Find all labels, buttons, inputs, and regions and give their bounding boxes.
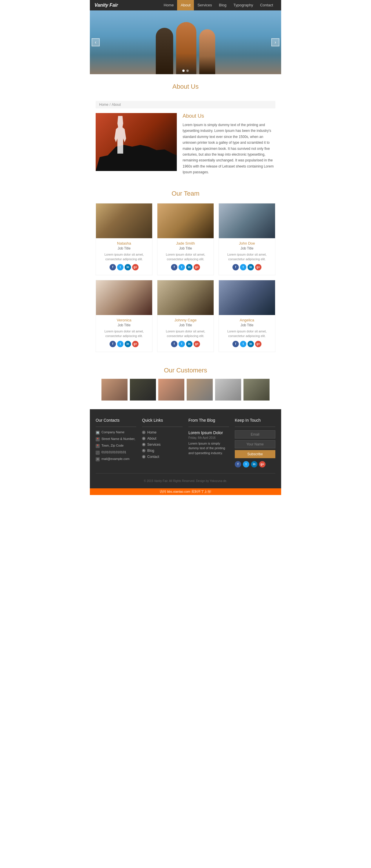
team-card-johnny: Johnny Cage Job Title Lorem ipsum dolor … [157,280,214,352]
googleplus-icon[interactable]: g+ [255,341,261,347]
googleplus-icon[interactable]: g+ [194,264,200,270]
hero-figures [156,22,215,74]
blog-link-icon: ✎ [142,449,146,453]
slider-prev-button[interactable]: ‹ [92,38,100,46]
team-desc-johnny: Lorem ipsum dolor sit amet, consectetur … [160,329,211,339]
blog-post-text: Lorem Ipsum is simply dummy text of the … [188,441,229,456]
footer-twitter-icon[interactable]: t [243,461,249,467]
nav-blog[interactable]: Blog [215,0,230,10]
googleplus-icon[interactable]: g+ [255,264,261,270]
team-social-veronica: f t in g+ [98,341,150,349]
team-photo-img-veronica [96,280,152,315]
facebook-icon[interactable]: f [233,264,239,270]
team-title-veronica: Job Title [98,323,150,327]
nav-typography[interactable]: Typography [230,0,256,10]
contact-company-text: Company Name [101,430,124,434]
footer-divider-2 [142,427,183,427]
services-link-icon: ⚙ [142,443,146,446]
footer-linkedin-icon[interactable]: in [251,461,257,467]
footer-facebook-icon[interactable]: f [235,461,241,467]
customer-thumb-4 [187,379,213,401]
contact-phone: 📞 01010101010101 [96,451,136,455]
linkedin-icon[interactable]: in [186,341,192,347]
footer-link-contact-label: Contact [147,455,159,459]
about-card-title: About Us [183,113,275,119]
team-photo-img-jade [157,204,214,238]
footer-divider-1 [96,427,136,427]
twitter-icon[interactable]: t [117,264,123,270]
team-grid: Natasha Job Title Lorem ipsum dolor sit … [96,203,275,352]
facebook-icon[interactable]: f [110,341,116,347]
slider-next-button[interactable]: › [271,38,279,46]
team-card-angelica: Angelica Job Title Lorem ipsum dolor sit… [219,280,275,352]
linkedin-icon[interactable]: in [248,264,254,270]
name-input[interactable] [235,440,275,448]
customer-thumb-5 [215,379,241,401]
footer-contacts: Our Contacts 🏢 Company Name 📍 Street Nam… [96,418,136,467]
twitter-icon[interactable]: t [240,264,246,270]
footer-keepintouch: Keep In Touch Subscribe f t in g+ [235,418,275,467]
subscribe-button[interactable]: Subscribe [235,450,275,458]
breadcrumb-home[interactable]: Home [99,102,109,107]
team-desc-john: Lorem ipsum dolor sit amet, consectetur … [221,252,273,262]
footer-link-about: ◎About [142,436,183,440]
brand: Vanity Fair [94,3,118,8]
customer-thumb-6 [244,379,270,401]
nav-contact[interactable]: Contact [256,0,277,10]
nav-services[interactable]: Services [194,0,215,10]
team-name-angelica: Angelica [221,318,273,322]
twitter-icon[interactable]: t [117,341,123,347]
team-name-jade: Jade Smith [160,241,211,246]
team-photo-jade [157,204,214,238]
customers-section: Our Customers [90,361,281,409]
footer-link-contact: ◎Contact [142,455,183,459]
footer-googleplus-icon[interactable]: g+ [259,461,266,467]
hero-slider: ‹ › [90,10,281,74]
contact-phone-text: 01010101010101 [101,451,126,454]
googleplus-icon[interactable]: g+ [194,341,200,347]
slider-dots [182,69,189,72]
team-title-john: Job Title [221,246,273,250]
facebook-icon[interactable]: f [171,341,177,347]
navbar: Vanity Fair Home About Services Blog Typ… [90,0,281,10]
team-name-veronica: Veronica [98,318,150,322]
team-photo-img-johnny [157,280,214,315]
footer-blog: From The Blog Lorem Ipsum Dolor Friday, … [188,418,229,467]
facebook-icon[interactable]: f [233,341,239,347]
customer-thumb-1 [101,379,127,401]
team-title-angelica: Job Title [221,323,273,327]
googleplus-icon[interactable]: g+ [132,264,138,270]
facebook-icon[interactable]: f [110,264,116,270]
facebook-icon[interactable]: f [171,264,177,270]
contact-email-text: mail@example.com [101,457,129,461]
customers-section-title: Our Customers [96,367,275,374]
about-content: About Us Lorem Ipsum is simply dummy tex… [90,113,281,184]
team-section: Our Team Natasha Job Title Lorem ipsum d… [90,184,281,361]
team-social-natasha: f t in g+ [98,264,150,272]
twitter-icon[interactable]: t [240,341,246,347]
team-body-veronica: Veronica Job Title Lorem ipsum dolor sit… [96,315,152,352]
team-name-john: John Doe [221,241,273,246]
contact-link-icon: ◎ [142,455,146,459]
twitter-icon[interactable]: t [179,341,185,347]
pin-icon: 📍 [96,437,100,441]
nav-home[interactable]: Home [160,0,177,10]
slider-dot-1[interactable] [182,69,185,72]
nav-about[interactable]: About [177,0,194,10]
linkedin-icon[interactable]: in [125,341,131,347]
team-photo-img-angelica [219,280,275,315]
linkedin-icon[interactable]: in [125,264,131,270]
breadcrumb-sep: / [110,102,111,107]
contact-street: 📍 Street Name & Number, [96,437,136,441]
customer-thumb-2 [130,379,156,401]
twitter-icon[interactable]: t [179,264,185,270]
linkedin-icon[interactable]: in [186,264,192,270]
footer-link-services: ⚙Services [142,442,183,446]
email-input[interactable] [235,430,275,438]
googleplus-icon[interactable]: g+ [132,341,138,347]
team-name-johnny: Johnny Cage [160,318,211,322]
slider-dot-2[interactable] [186,69,189,72]
footer-social-icons: f t in g+ [235,461,275,467]
linkedin-icon[interactable]: in [248,341,254,347]
team-desc-angelica: Lorem ipsum dolor sit amet, consectetur … [221,329,273,339]
